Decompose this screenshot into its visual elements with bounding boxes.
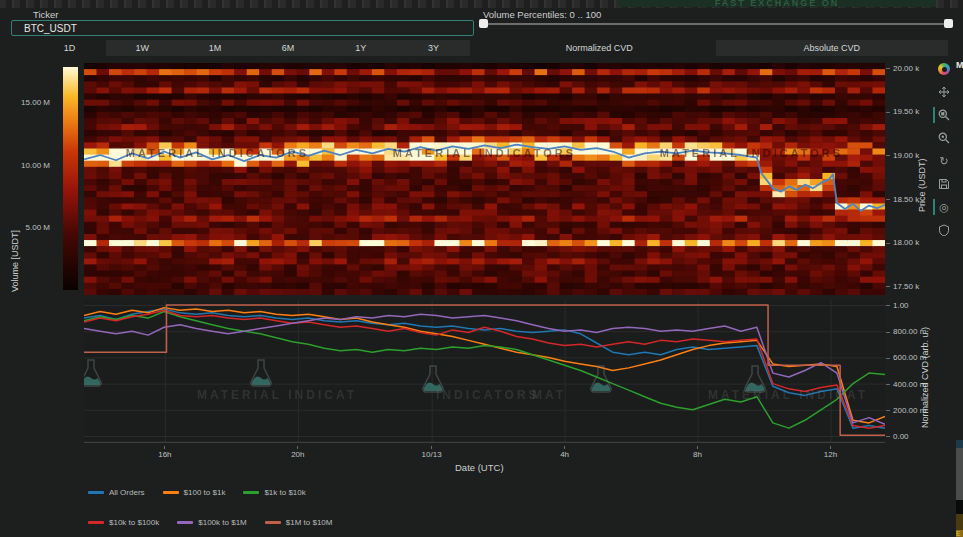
watermark-text: MATERIAL INDICAT (708, 388, 868, 402)
legend-swatch (265, 521, 281, 524)
legend-item: $100 to $1k (163, 488, 226, 497)
date-tick-label: 8h (678, 446, 718, 459)
legend-item: All Orders (88, 488, 145, 497)
heatmap-watermark: MATERIAL INDICATORS MATERIAL INDICATORS … (84, 147, 885, 159)
axis-tick-label: 17.50 k (886, 282, 919, 291)
heatmap-canvas[interactable] (84, 63, 885, 295)
wheel-zoom-tool-icon[interactable] (937, 131, 951, 145)
legend-row: All Orders$100 to $1k$1k to $10k (88, 488, 306, 497)
tab-1m[interactable]: 1M (179, 40, 252, 56)
tab-normalized-cvd[interactable]: Normalized CVD (483, 40, 716, 56)
legend-item: $100k to $1M (177, 518, 246, 527)
legend-swatch (243, 491, 259, 494)
date-tick-label: 10/13 (412, 446, 452, 459)
legend-item: $1M to $10M (265, 518, 333, 527)
legend-row: $10k to $100k$100k to $1M$1M to $10M (88, 518, 332, 527)
background-edge-strip (956, 440, 963, 448)
legend-swatch (163, 491, 179, 494)
colorbar-tick-label: 10.00 M (21, 161, 50, 170)
background-banner-fragment: M (956, 60, 963, 70)
date-tick-label: 20h (278, 446, 318, 459)
volume-percentiles-slider[interactable] (479, 18, 953, 30)
tab-absolute-cvd[interactable]: Absolute CVD (716, 40, 949, 56)
axis-tick-label: 19.00 k (886, 151, 919, 160)
tab-1w[interactable]: 1W (106, 40, 179, 56)
legend-swatch (88, 491, 104, 494)
plot-toolbar: ↻ ◎ (934, 62, 954, 237)
reset-tool-icon[interactable]: ↻ (937, 154, 951, 168)
axis-tick-label: 0.00 (886, 432, 909, 441)
axis-tick-label: 18.50 k (886, 195, 919, 204)
watermark-text: INDICATORS (436, 388, 540, 402)
slider-handle-low[interactable] (479, 19, 488, 28)
price-volume-heatmap-plot[interactable]: MATERIAL INDICATORS MATERIAL INDICATORS … (84, 63, 885, 295)
axis-tick-label: 19.50 k (886, 107, 919, 116)
date-tick-label: 12h (811, 446, 851, 459)
tab-1y[interactable]: 1Y (324, 40, 397, 56)
save-tool-icon[interactable] (937, 177, 951, 191)
date-axis-label: Date (UTC) (455, 462, 504, 473)
inspect-shield-icon[interactable] (937, 223, 951, 237)
pan-tool-icon[interactable] (937, 85, 951, 99)
volume-colorbar (63, 67, 78, 290)
background-edge-strip (956, 448, 963, 500)
timeframe-tabs: 1D1W1M6M1Y3Y (33, 40, 470, 56)
watermark-text: MAT (532, 388, 566, 402)
cvd-axis-label: Normalized CVD (arb. u.) (920, 327, 930, 428)
bokeh-logo-icon[interactable] (937, 62, 951, 76)
ticker-input[interactable] (11, 20, 474, 36)
cvd-mode-tabs: Normalized CVDAbsolute CVD (483, 40, 948, 56)
flask-watermark-icon (588, 364, 614, 394)
hover-tool-icon[interactable]: ◎ (937, 200, 951, 214)
date-tick-label: 4h (545, 446, 585, 459)
legend-item: $10k to $100k (88, 518, 159, 527)
box-zoom-tool-icon[interactable] (937, 108, 951, 122)
normalized-cvd-plot[interactable]: MATERIAL INDICAT INDICATORS MAT MATERIAL… (84, 300, 885, 443)
dashboard-screen: FAST EXCHANGE ON M E Ticker Volume Perce… (0, 0, 963, 537)
axis-tick-label: 1.00 (886, 301, 909, 310)
tab-6m[interactable]: 6M (251, 40, 324, 56)
background-edge-strip (956, 500, 963, 514)
ticker-label: Ticker (33, 9, 59, 20)
slider-track[interactable] (483, 23, 949, 25)
flask-watermark-icon (84, 358, 104, 388)
colorbar-axis-label: Volume [USDT] (10, 230, 20, 292)
colorbar-tick-label: 5.00 M (26, 223, 50, 232)
legend-item: $1k to $10k (243, 488, 305, 497)
tab-3y[interactable]: 3Y (397, 40, 470, 56)
legend-swatch (177, 521, 193, 524)
background-banner: FAST EXCHANGE ON (618, 0, 936, 7)
watermark-text: MATERIAL INDICAT (197, 388, 357, 402)
slider-handle-high[interactable] (944, 19, 953, 28)
flask-watermark-icon (248, 358, 274, 388)
date-tick-label: 16h (145, 446, 185, 459)
legend-swatch (88, 521, 104, 524)
background-edge-strip: E (956, 530, 963, 537)
price-axis-label: Price (USDT) (917, 159, 927, 213)
axis-tick-label: 20.00 k (886, 64, 919, 73)
tab-1d[interactable]: 1D (33, 40, 106, 56)
axis-tick-label: 18.00 k (886, 238, 919, 247)
colorbar-tick-label: 15.00 M (21, 98, 50, 107)
